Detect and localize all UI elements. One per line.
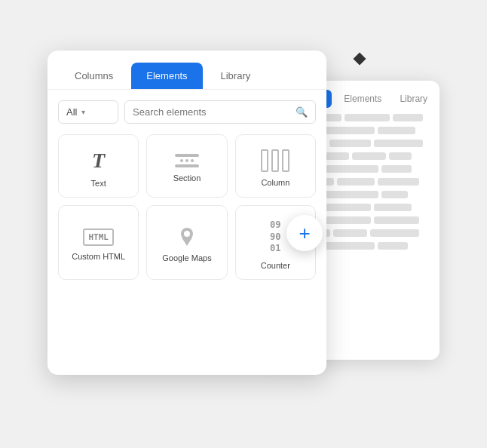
text-element-icon: T — [92, 149, 105, 173]
skel-block — [333, 229, 367, 237]
tab-library[interactable]: Library — [206, 63, 266, 89]
back-tab-library[interactable]: Library — [394, 90, 433, 108]
search-box[interactable]: 🔍 — [124, 100, 316, 124]
column-element-icon — [261, 149, 289, 172]
section-element-icon — [175, 154, 199, 167]
skel-block — [370, 229, 419, 237]
element-label-text: Text — [91, 179, 106, 188]
skel-block — [337, 178, 375, 186]
element-label-google-maps: Google Maps — [162, 253, 211, 262]
panel-body: All ▾ 🔍 T Text — [47, 90, 326, 290]
html-element-icon: HTML — [83, 229, 114, 246]
skel-block — [322, 165, 378, 173]
element-card-column[interactable]: Column — [235, 134, 316, 198]
element-card-text[interactable]: T Text — [58, 134, 139, 198]
front-panel: Columns Elements Library All ▾ 🔍 T Te — [47, 51, 326, 375]
tab-columns[interactable]: Columns — [60, 63, 128, 89]
element-card-section[interactable]: Section — [146, 134, 227, 198]
element-card-google-maps[interactable]: Google Maps — [146, 205, 227, 280]
skel-block — [374, 204, 412, 211]
skel-block — [374, 216, 419, 224]
svg-point-1 — [184, 231, 190, 237]
tabs-bar: Columns Elements Library — [47, 51, 326, 90]
back-tab-elements[interactable]: Elements — [338, 90, 387, 108]
maps-element-icon — [179, 226, 195, 247]
skel-block — [378, 127, 415, 134]
skel-block — [389, 152, 412, 160]
tab-elements[interactable]: Elements — [131, 63, 202, 89]
skel-block — [374, 140, 423, 147]
element-label-column: Column — [261, 178, 289, 187]
element-label-counter: Counter — [261, 261, 290, 270]
element-label-section: Section — [173, 173, 201, 183]
skel-block — [378, 242, 408, 250]
search-icon: 🔍 — [296, 106, 308, 118]
search-input[interactable] — [133, 106, 291, 118]
elements-grid: T Text Section — [58, 134, 316, 280]
filter-dropdown[interactable]: All ▾ — [58, 100, 118, 124]
skel-block — [393, 114, 423, 121]
element-card-custom-html[interactable]: HTML Custom HTML — [58, 205, 139, 280]
counter-element-icon: 099001 — [270, 219, 280, 255]
element-label-custom-html: Custom HTML — [72, 252, 125, 261]
skel-block — [326, 204, 371, 211]
skel-block — [381, 165, 412, 173]
skel-block — [381, 191, 408, 198]
skel-block — [352, 152, 386, 160]
diamond-decoration — [354, 53, 366, 66]
chevron-down-icon: ▾ — [81, 108, 85, 116]
skel-block — [345, 114, 390, 121]
skel-block — [378, 178, 419, 186]
skel-block — [329, 140, 371, 147]
svg-marker-2 — [182, 238, 192, 246]
filter-value: All — [66, 106, 77, 118]
scene: Columns Elements Library — [47, 51, 440, 397]
filter-row: All ▾ 🔍 — [58, 100, 316, 124]
add-element-button[interactable]: + — [286, 215, 323, 251]
